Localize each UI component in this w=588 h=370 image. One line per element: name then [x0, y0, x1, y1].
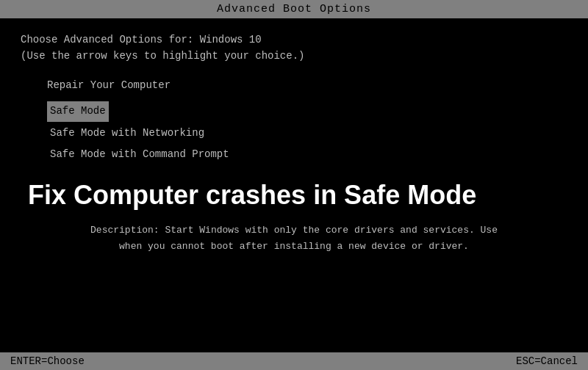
title-bar: Advanced Boot Options — [0, 0, 588, 18]
description-area: Description: Start Windows with only the… — [21, 222, 567, 255]
menu-item-wrapper-3: Safe Mode with Command Prompt — [21, 145, 567, 165]
description-text-2: when you cannot boot after installing a … — [119, 239, 469, 255]
description-line2: when you cannot boot after installing a … — [35, 239, 553, 255]
menu-item-safe-mode-cmd[interactable]: Safe Mode with Command Prompt — [47, 145, 232, 165]
description-line1: Description: Start Windows with only the… — [35, 222, 553, 239]
footer-esc: ESC=Cancel — [516, 355, 578, 367]
description-text-1: Start Windows with only the core drivers… — [165, 222, 497, 239]
menu-item-wrapper-2: Safe Mode with Networking — [21, 123, 567, 144]
footer: ENTER=Choose ESC=Cancel — [0, 352, 588, 370]
menu-item-wrapper-1: Safe Mode — [21, 101, 567, 122]
description-label: Description: — [90, 222, 159, 239]
intro-line2: (Use the arrow keys to highlight your ch… — [21, 48, 567, 64]
menu-item-safe-mode[interactable]: Safe Mode — [47, 101, 109, 122]
menu-item-safe-mode-networking[interactable]: Safe Mode with Networking — [47, 123, 207, 144]
intro-line1: Choose Advanced Options for: Windows 10 — [21, 32, 567, 48]
intro-text: Choose Advanced Options for: Windows 10 … — [21, 32, 567, 65]
page-heading: Fix Computer crashes in Safe Mode — [21, 180, 567, 211]
repair-option[interactable]: Repair Your Computer — [47, 79, 567, 91]
menu-options: Safe Mode Safe Mode with Networking Safe… — [21, 101, 567, 165]
footer-enter: ENTER=Choose — [10, 355, 85, 367]
main-content: Choose Advanced Options for: Windows 10 … — [0, 18, 588, 255]
